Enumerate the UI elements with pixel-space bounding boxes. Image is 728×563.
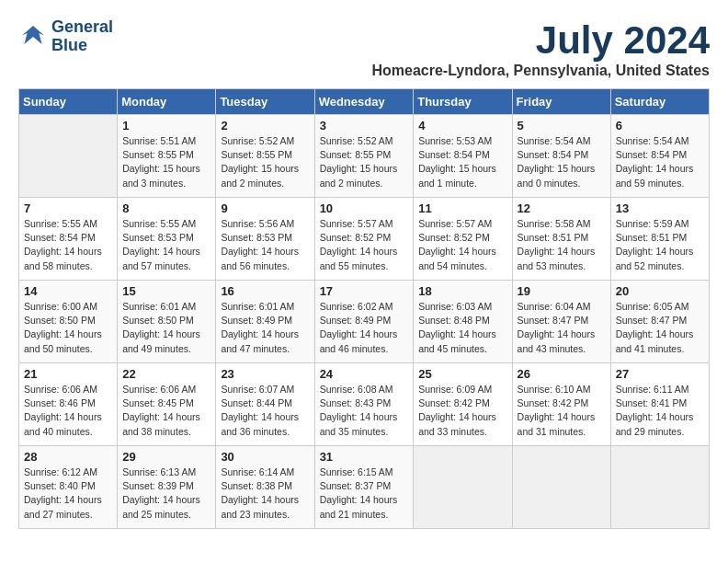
calendar-cell: 26Sunrise: 6:10 AM Sunset: 8:42 PM Dayli… [512, 363, 610, 446]
calendar-cell [610, 446, 709, 529]
calendar-cell: 27Sunrise: 6:11 AM Sunset: 8:41 PM Dayli… [610, 363, 709, 446]
day-number: 10 [320, 201, 409, 215]
cell-info: Sunrise: 5:53 AM Sunset: 8:54 PM Dayligh… [418, 134, 506, 190]
calendar-cell: 6Sunrise: 5:54 AM Sunset: 8:54 PM Daylig… [610, 115, 709, 198]
calendar-cell: 20Sunrise: 6:05 AM Sunset: 8:47 PM Dayli… [610, 281, 709, 363]
calendar-cell: 18Sunrise: 6:03 AM Sunset: 8:48 PM Dayli… [414, 281, 512, 363]
cell-info: Sunrise: 6:04 AM Sunset: 8:47 PM Dayligh… [518, 300, 606, 356]
cell-info: Sunrise: 6:09 AM Sunset: 8:42 PM Dayligh… [418, 383, 506, 439]
calendar-cell: 13Sunrise: 5:59 AM Sunset: 8:51 PM Dayli… [610, 198, 709, 281]
cell-info: Sunrise: 6:03 AM Sunset: 8:48 PM Dayligh… [418, 300, 506, 356]
cell-info: Sunrise: 5:56 AM Sunset: 8:53 PM Dayligh… [221, 217, 309, 273]
calendar-header-row: SundayMondayTuesdayWednesdayThursdayFrid… [19, 89, 710, 115]
calendar-cell: 19Sunrise: 6:04 AM Sunset: 8:47 PM Dayli… [512, 281, 610, 363]
cell-info: Sunrise: 6:12 AM Sunset: 8:40 PM Dayligh… [24, 465, 112, 522]
calendar-week-row: 21Sunrise: 6:06 AM Sunset: 8:46 PM Dayli… [19, 363, 710, 446]
calendar-cell: 17Sunrise: 6:02 AM Sunset: 8:49 PM Dayli… [314, 281, 414, 363]
cell-info: Sunrise: 5:57 AM Sunset: 8:52 PM Dayligh… [320, 217, 409, 273]
day-number: 26 [518, 367, 606, 381]
calendar-cell: 28Sunrise: 6:12 AM Sunset: 8:40 PM Dayli… [19, 446, 118, 529]
calendar-cell: 30Sunrise: 6:14 AM Sunset: 8:38 PM Dayli… [216, 446, 314, 529]
day-number: 2 [221, 119, 309, 132]
day-number: 20 [616, 284, 704, 298]
logo-icon [18, 22, 48, 52]
calendar-cell: 8Sunrise: 5:55 AM Sunset: 8:53 PM Daylig… [118, 198, 216, 281]
day-number: 16 [221, 284, 309, 298]
day-header-saturday: Saturday [610, 89, 709, 115]
day-header-thursday: Thursday [414, 89, 512, 115]
calendar-cell: 16Sunrise: 6:01 AM Sunset: 8:49 PM Dayli… [216, 281, 314, 363]
day-number: 18 [418, 284, 506, 298]
day-number: 12 [518, 201, 606, 215]
calendar-cell: 10Sunrise: 5:57 AM Sunset: 8:52 PM Dayli… [314, 198, 414, 281]
day-number: 3 [320, 119, 409, 132]
calendar-cell: 31Sunrise: 6:15 AM Sunset: 8:37 PM Dayli… [314, 446, 414, 529]
calendar-week-row: 1Sunrise: 5:51 AM Sunset: 8:55 PM Daylig… [19, 115, 710, 198]
cell-info: Sunrise: 5:55 AM Sunset: 8:54 PM Dayligh… [24, 217, 112, 273]
page-header: General Blue July 2024 Homeacre-Lyndora,… [18, 18, 710, 79]
day-number: 14 [24, 284, 112, 298]
day-number: 4 [418, 119, 506, 132]
calendar-cell [512, 446, 610, 529]
day-number: 17 [320, 284, 409, 298]
calendar-cell: 3Sunrise: 5:52 AM Sunset: 8:55 PM Daylig… [314, 115, 414, 198]
day-number: 13 [616, 201, 704, 215]
cell-info: Sunrise: 6:01 AM Sunset: 8:50 PM Dayligh… [122, 300, 210, 356]
day-header-sunday: Sunday [19, 89, 118, 115]
cell-info: Sunrise: 6:01 AM Sunset: 8:49 PM Dayligh… [221, 300, 309, 356]
calendar-cell: 25Sunrise: 6:09 AM Sunset: 8:42 PM Dayli… [414, 363, 512, 446]
cell-info: Sunrise: 5:59 AM Sunset: 8:51 PM Dayligh… [616, 217, 704, 273]
calendar-cell: 5Sunrise: 5:54 AM Sunset: 8:54 PM Daylig… [512, 115, 610, 198]
title-block: July 2024 Homeacre-Lyndora, Pennsylvania… [371, 18, 710, 79]
location-subtitle: Homeacre-Lyndora, Pennsylvania, United S… [371, 63, 710, 79]
day-header-wednesday: Wednesday [314, 89, 414, 115]
calendar-cell [19, 115, 118, 198]
day-number: 22 [122, 367, 210, 381]
day-number: 24 [320, 367, 409, 381]
cell-info: Sunrise: 6:02 AM Sunset: 8:49 PM Dayligh… [320, 300, 409, 356]
calendar-cell: 21Sunrise: 6:06 AM Sunset: 8:46 PM Dayli… [19, 363, 118, 446]
day-number: 25 [418, 367, 506, 381]
cell-info: Sunrise: 5:51 AM Sunset: 8:55 PM Dayligh… [122, 134, 210, 190]
calendar-cell: 24Sunrise: 6:08 AM Sunset: 8:43 PM Dayli… [314, 363, 414, 446]
calendar-cell: 4Sunrise: 5:53 AM Sunset: 8:54 PM Daylig… [414, 115, 512, 198]
cell-info: Sunrise: 5:58 AM Sunset: 8:51 PM Dayligh… [518, 217, 606, 273]
logo-text: General Blue [51, 18, 113, 55]
cell-info: Sunrise: 6:06 AM Sunset: 8:45 PM Dayligh… [122, 383, 210, 439]
cell-info: Sunrise: 5:55 AM Sunset: 8:53 PM Dayligh… [122, 217, 210, 273]
calendar-cell: 7Sunrise: 5:55 AM Sunset: 8:54 PM Daylig… [19, 198, 118, 281]
cell-info: Sunrise: 5:54 AM Sunset: 8:54 PM Dayligh… [616, 134, 704, 190]
day-number: 19 [518, 284, 606, 298]
cell-info: Sunrise: 6:13 AM Sunset: 8:39 PM Dayligh… [122, 465, 210, 522]
cell-info: Sunrise: 6:11 AM Sunset: 8:41 PM Dayligh… [616, 383, 704, 439]
day-header-friday: Friday [512, 89, 610, 115]
day-number: 15 [122, 284, 210, 298]
cell-info: Sunrise: 6:10 AM Sunset: 8:42 PM Dayligh… [518, 383, 606, 439]
day-number: 30 [221, 450, 309, 464]
cell-info: Sunrise: 5:52 AM Sunset: 8:55 PM Dayligh… [320, 134, 409, 190]
calendar-cell: 1Sunrise: 5:51 AM Sunset: 8:55 PM Daylig… [118, 115, 216, 198]
day-number: 9 [221, 201, 309, 215]
day-number: 5 [518, 119, 606, 132]
cell-info: Sunrise: 6:05 AM Sunset: 8:47 PM Dayligh… [616, 300, 704, 356]
calendar-week-row: 7Sunrise: 5:55 AM Sunset: 8:54 PM Daylig… [19, 198, 710, 281]
calendar-cell: 22Sunrise: 6:06 AM Sunset: 8:45 PM Dayli… [118, 363, 216, 446]
day-number: 8 [122, 201, 210, 215]
calendar-cell: 23Sunrise: 6:07 AM Sunset: 8:44 PM Dayli… [216, 363, 314, 446]
calendar-cell: 12Sunrise: 5:58 AM Sunset: 8:51 PM Dayli… [512, 198, 610, 281]
day-number: 11 [418, 201, 506, 215]
logo: General Blue [18, 18, 113, 55]
day-number: 28 [24, 450, 112, 464]
month-title: July 2024 [371, 18, 710, 63]
cell-info: Sunrise: 6:07 AM Sunset: 8:44 PM Dayligh… [221, 383, 309, 439]
day-number: 31 [320, 450, 409, 464]
day-number: 27 [616, 367, 704, 381]
cell-info: Sunrise: 6:14 AM Sunset: 8:38 PM Dayligh… [221, 465, 309, 522]
calendar-cell: 9Sunrise: 5:56 AM Sunset: 8:53 PM Daylig… [216, 198, 314, 281]
calendar-week-row: 28Sunrise: 6:12 AM Sunset: 8:40 PM Dayli… [19, 446, 710, 529]
calendar-week-row: 14Sunrise: 6:00 AM Sunset: 8:50 PM Dayli… [19, 281, 710, 363]
day-number: 1 [122, 119, 210, 132]
cell-info: Sunrise: 6:08 AM Sunset: 8:43 PM Dayligh… [320, 383, 409, 439]
calendar-cell: 11Sunrise: 5:57 AM Sunset: 8:52 PM Dayli… [414, 198, 512, 281]
cell-info: Sunrise: 6:15 AM Sunset: 8:37 PM Dayligh… [320, 465, 409, 522]
